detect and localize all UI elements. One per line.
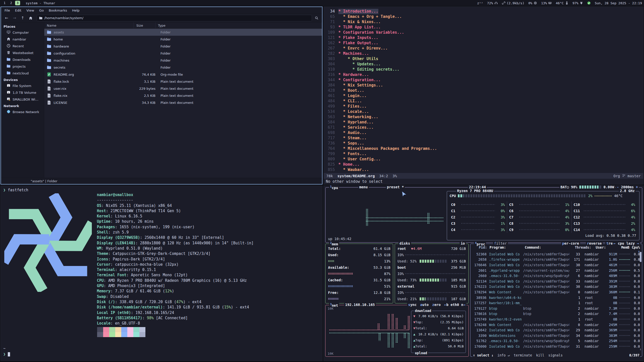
core-c0: C03% xyxy=(451,201,505,208)
filter-button[interactable]: filter xyxy=(493,241,508,245)
workspace-3[interactable]: 3 xyxy=(15,1,20,5)
systemd-status[interactable] xyxy=(587,1,591,5)
workspace-1[interactable]: 1 xyxy=(2,1,7,5)
process-row-178248[interactable]: 178248Web Content/nix/store/sm8fmrf3wps4… xyxy=(472,322,640,328)
sidebar-item-downloads[interactable]: Downloads xyxy=(1,56,44,63)
menu-file[interactable]: File xyxy=(3,8,12,13)
file-row-readme-org[interactable]: README.org76,4 KiBOrg-mode file xyxy=(44,71,322,78)
memory-indicator[interactable]: 13% xyxy=(541,1,552,5)
proc-scrollbar[interactable] xyxy=(640,252,641,262)
forward-button[interactable]: → xyxy=(11,15,18,21)
file-row-hardware[interactable]: hardwareFolder xyxy=(44,43,322,50)
process-row-177257[interactable]: 177257kworker/10:1-mm_1root0B0.0 xyxy=(472,300,640,306)
headphones-icon xyxy=(494,1,498,5)
net-option-4[interactable]: ←b eth0 n→ xyxy=(444,303,465,307)
process-row-2660[interactable]: 2660.emacs-31.0.50-/nix/store/wnqz5pa8ra… xyxy=(472,273,640,279)
menu-view[interactable]: View xyxy=(24,8,36,13)
process-row-13642[interactable]: 13642Isolated Web Co/nix/store/sm8fmrf3w… xyxy=(472,327,640,333)
process-row-176000[interactable]: 176000Isolated Web Co/nix/store/sm8fmrf3… xyxy=(472,344,640,349)
file-row-configuration[interactable]: configurationFolder xyxy=(44,50,322,57)
process-row-178294[interactable]: 178294Web Content/nix/store/sm8fmrf3wps4… xyxy=(472,289,640,295)
process-row-176646[interactable]: 176646Isolated Web Co/nix/store/sm8fmrf3… xyxy=(472,262,640,268)
home-button[interactable] xyxy=(27,15,34,21)
column-size[interactable]: Size xyxy=(134,22,155,28)
process-row-175749[interactable]: 175749kworker/6:2-even1root0B0.0 xyxy=(472,316,640,322)
battery-indicator[interactable]: 97% xyxy=(573,1,583,5)
search-button[interactable] xyxy=(313,15,320,21)
idle-inhibitor[interactable]: zᶻᶻ xyxy=(477,1,483,5)
process-row-3390[interactable]: 3390WebExtensions/nix/store/sm8fmrf3wps4… xyxy=(472,333,640,338)
cpu-box-title[interactable]: 1cpu xyxy=(329,185,339,190)
back-button[interactable]: ← xyxy=(3,15,10,21)
update-interval[interactable]: - 2000ms + xyxy=(616,185,639,189)
workspace-2[interactable]: 2 xyxy=(9,1,14,5)
upload-title: upload xyxy=(414,351,428,355)
preset-button[interactable]: preset * xyxy=(386,185,405,189)
folder-icon xyxy=(47,30,51,34)
sidebar-item-smallbox-wi-[interactable]: SMALLBOX Wi... xyxy=(1,96,44,103)
net-option-2[interactable]: auto xyxy=(420,303,429,307)
sidebar-section-devices: Devices xyxy=(1,77,44,82)
process-row-52134[interactable]: 52134Isolated Web Co/nix/store/sm8fmrf3w… xyxy=(472,279,640,284)
sidebar-item-browse-network[interactable]: Browse Network xyxy=(1,109,44,115)
file-row-assets[interactable]: assetsFolder xyxy=(44,29,322,36)
net-option-3[interactable]: zero xyxy=(432,303,441,307)
volume-indicator[interactable]: 72% xyxy=(487,1,498,5)
process-row-2658[interactable]: 2658.firefox-wrappe/nix/store/sm8fmrf3wp… xyxy=(472,257,640,262)
temperature-indicator[interactable]: 46°C xyxy=(556,1,568,5)
sidebar-item-computer[interactable]: Computer xyxy=(1,29,44,36)
sidebar-item-recent[interactable]: Recent xyxy=(1,43,44,50)
file-row-machines[interactable]: machinesFolder xyxy=(44,57,322,64)
shell-prompt[interactable]: ❯ xyxy=(3,352,10,356)
terminate-key[interactable]: terminate xyxy=(514,353,532,357)
sidebar-item-projects[interactable]: projects xyxy=(1,63,44,70)
file-row-license[interactable]: LICENSE34,3 KiBPlain text document xyxy=(44,99,322,106)
column-name[interactable]: Name xyxy=(44,22,134,28)
per-core-toggle[interactable]: per-core xyxy=(561,241,580,245)
sidebar-item-nambiar[interactable]: nambiar xyxy=(1,36,44,43)
process-row-178616[interactable]: 178616btopbtop2nambiar7.4M0.0 xyxy=(472,311,640,317)
process-row-38936[interactable]: 38936kworker/u64:6-kc1root0B0.0 xyxy=(472,295,640,300)
net-option-1[interactable]: sync xyxy=(408,303,417,307)
io-toggle[interactable]: io xyxy=(460,241,466,245)
select-keys[interactable]: ↑ select ↓ xyxy=(473,353,493,357)
process-row-179127[interactable]: 179127btopbtop2nambiar7.3M0.0 xyxy=(472,306,640,311)
menu-button[interactable]: menu xyxy=(358,185,369,189)
path-bar[interactable]: /home/nambiar/system/ xyxy=(37,15,312,21)
file-row-flake-nix[interactable]: flake.nix2,5 KiBPlain text document xyxy=(44,92,322,99)
battery-meter: BAT○ 98% 0.00W xyxy=(559,185,615,189)
text-icon xyxy=(47,86,51,91)
menu-bookmarks[interactable]: Bookmarks xyxy=(47,8,69,13)
file-row-user-nix[interactable]: user.nix229 bytesPlain text document xyxy=(44,85,322,92)
kill-key[interactable]: kill xyxy=(536,353,544,357)
mem-meter: 21% xyxy=(328,296,390,302)
network-indicator[interactable]: (2.9kb/s) xyxy=(502,1,524,5)
process-row-51762[interactable]: 51762.emacs-31.0.50-/nix/store/wnqz5pa8r… xyxy=(472,338,640,344)
up-button[interactable]: ↑ xyxy=(19,15,26,21)
cpu-total-meter xyxy=(458,194,586,197)
menu-go[interactable]: Go xyxy=(37,8,46,13)
column-type[interactable]: Type xyxy=(155,22,322,28)
file-row-flake-lock[interactable]: flake.lock3,1 KiBPlain text document xyxy=(44,78,322,85)
disks-box-title[interactable]: disks xyxy=(398,241,411,245)
sort-mode[interactable]: ← cpu lazy → xyxy=(613,241,640,245)
org-heading-line: 584 * Hyprland... xyxy=(324,120,643,125)
sidebar-item-file-system[interactable]: File System xyxy=(1,82,44,89)
process-row-176223[interactable]: 176223Isolated Web Co/nix/store/sm8fmrf3… xyxy=(472,284,640,290)
file-row-home[interactable]: homeFolder xyxy=(44,36,322,43)
menu-edit[interactable]: Edit xyxy=(13,8,23,13)
reverse-toggle[interactable]: reverse xyxy=(586,241,603,245)
cpu-indicator[interactable]: 0% xyxy=(528,1,537,5)
file-row-secrets[interactable]: secretsFolder xyxy=(44,64,322,71)
process-row-52368[interactable]: 52368Isolated Web Co/nix/store/sm8fmrf3w… xyxy=(472,251,640,257)
sidebar-item-1-0-tb-volume[interactable]: 1,0 TB Volume xyxy=(1,89,44,96)
btop-net-box: 3net 192.168.10.165 syncautozero←b eth0 … xyxy=(325,305,469,357)
load-average: Load avg: 0.58 0.38 0.77 xyxy=(585,234,636,238)
info-key[interactable]: info ↵ xyxy=(497,353,510,357)
process-row-2601[interactable]: 2601.Hyprland-wrapp/run/current-system/s… xyxy=(472,268,640,273)
signals-key[interactable]: signals xyxy=(548,353,563,357)
sidebar-item-wastebasket[interactable]: Wastebasket xyxy=(1,50,44,56)
sidebar-item-nextcloud[interactable]: nextcloud xyxy=(1,70,44,77)
clock-date[interactable]: Sun, 28 Sep 2025 - 22:19 xyxy=(595,1,642,5)
menu-help[interactable]: Help xyxy=(70,8,82,13)
